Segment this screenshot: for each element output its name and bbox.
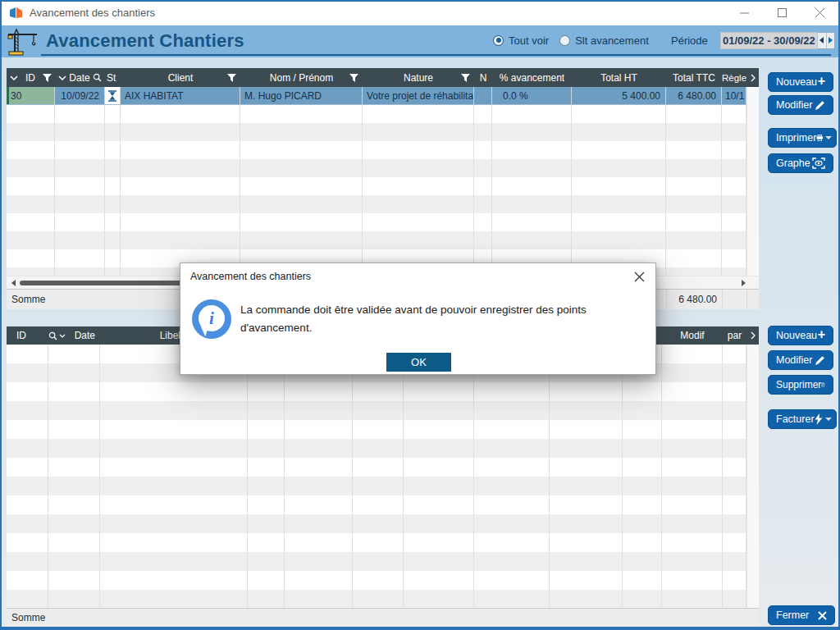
col-header-avancement[interactable]: % avancement [492, 68, 572, 87]
scroll-right-button[interactable] [739, 279, 747, 287]
empty-cell [105, 231, 121, 249]
vertical-scrollbar-track[interactable] [746, 345, 759, 608]
filter-icon[interactable] [349, 74, 358, 82]
filter-icon[interactable] [43, 74, 52, 82]
empty-cell [404, 458, 474, 477]
empty-row [7, 477, 746, 495]
col-header-n[interactable]: N [474, 68, 492, 87]
empty-cell [723, 477, 746, 495]
dialog-close-button[interactable] [632, 270, 646, 283]
header-scroll-right-button[interactable] [746, 68, 759, 87]
col-header-modif[interactable]: Modif [662, 326, 723, 345]
empty-cell [7, 177, 55, 195]
empty-row [7, 159, 746, 177]
empty-cell [7, 552, 48, 571]
empty-cell [248, 401, 285, 420]
search-icon[interactable] [93, 73, 102, 82]
window-title: Avancement des chantiers [30, 7, 155, 19]
vertical-scrollbar-track[interactable] [746, 87, 759, 276]
empty-cell [100, 495, 248, 514]
col-header-client[interactable]: Client [121, 68, 240, 87]
dialog-message: La commande doit être validée avant de p… [240, 301, 614, 336]
empty-cell [55, 159, 105, 177]
col-header-total-ht[interactable]: Total HT [572, 68, 666, 87]
minimize-button[interactable] [725, 0, 763, 25]
col-header-date[interactable]: Date [55, 68, 105, 87]
dropdown-caret-icon[interactable] [825, 418, 832, 421]
period-prev-button[interactable] [818, 33, 826, 48]
empty-row [7, 495, 746, 514]
period-next-button[interactable] [826, 33, 834, 48]
empty-cell [363, 177, 474, 195]
filter-icon[interactable] [227, 74, 236, 82]
scroll-left-button[interactable] [9, 279, 17, 287]
ok-button[interactable]: OK [386, 353, 451, 372]
empty-cell [105, 105, 121, 123]
filter-icon[interactable] [461, 74, 470, 82]
imprimer-button[interactable]: Imprimer [768, 128, 837, 148]
graphe-button[interactable]: Graphe [768, 153, 833, 173]
col-header-nom-prenom[interactable]: Nom / Prénom [240, 68, 363, 87]
empty-cell [100, 533, 248, 552]
col-label-par: par [728, 330, 742, 341]
col-header-total-ttc[interactable]: Total TTC [666, 68, 722, 87]
somme-regle [722, 290, 746, 309]
order-row-selected[interactable]: 30 10/09/22 AIX HABITAT M. Hugo PICARD V… [7, 87, 746, 105]
nouveau-order-button[interactable]: Nouveau+ [768, 72, 833, 92]
empty-cell [353, 514, 404, 533]
message-dialog: Avancement des chantiers i La commande d… [180, 262, 656, 375]
col-header-date[interactable]: Date [48, 326, 100, 345]
period-value-field[interactable]: 01/09/22 - 30/09/22 [720, 32, 818, 49]
radio-tout-voir[interactable]: Tout voir [493, 34, 549, 47]
empty-cell [572, 105, 666, 123]
empty-cell [572, 213, 666, 231]
nouveau-point-button[interactable]: Nouveau+ [768, 326, 833, 345]
modifier-point-button[interactable]: Modifier [768, 350, 833, 370]
somme-total-ttc: 6 480.00 [666, 290, 722, 309]
arrow-left-icon [11, 280, 16, 286]
empty-cell [121, 105, 240, 123]
col-header-nature[interactable]: Nature [363, 68, 474, 87]
empty-cell [7, 159, 55, 177]
empty-cell [240, 213, 363, 231]
close-window-button[interactable] [801, 0, 838, 25]
radio-unselected-icon [559, 35, 570, 46]
col-label-modif: Modif [680, 330, 704, 341]
search-icon[interactable] [48, 331, 57, 340]
arrow-right-icon [742, 280, 746, 286]
empty-cell [474, 495, 550, 514]
empty-cell [666, 249, 722, 267]
facturer-button[interactable]: Facturer [768, 409, 837, 429]
radio-slt-avancement[interactable]: Slt avancement [559, 34, 649, 47]
header-scroll-right-button[interactable] [746, 326, 759, 345]
empty-row [7, 552, 746, 571]
empty-cell [623, 590, 662, 608]
col-header-id[interactable]: ID [7, 68, 55, 87]
col-header-id[interactable]: ID [7, 326, 48, 345]
fermer-button[interactable]: Fermer [768, 605, 835, 625]
modifier-order-button[interactable]: Modifier [768, 95, 833, 115]
empty-cell [550, 495, 623, 514]
supprimer-button[interactable]: Supprimer [768, 375, 833, 395]
empty-cell [492, 195, 572, 213]
empty-cell [48, 533, 100, 552]
empty-cell [666, 213, 722, 231]
col-label-n: N [480, 72, 487, 84]
empty-cell [550, 458, 623, 477]
empty-cell [121, 123, 240, 141]
empty-cell [666, 123, 722, 141]
empty-cell [285, 477, 353, 495]
col-header-regle[interactable]: Règle [722, 68, 746, 87]
empty-cell [662, 590, 723, 608]
col-label-id: ID [16, 330, 26, 341]
col-header-par[interactable]: par [723, 326, 746, 345]
empty-cell [353, 439, 404, 458]
empty-cell [474, 195, 492, 213]
dropdown-caret-icon[interactable] [825, 136, 832, 139]
col-header-st[interactable]: St [105, 68, 121, 87]
empty-cell [572, 231, 666, 249]
empty-cell [723, 514, 746, 533]
empty-cell [623, 533, 662, 552]
empty-cell [723, 458, 746, 477]
maximize-button[interactable] [763, 0, 801, 25]
